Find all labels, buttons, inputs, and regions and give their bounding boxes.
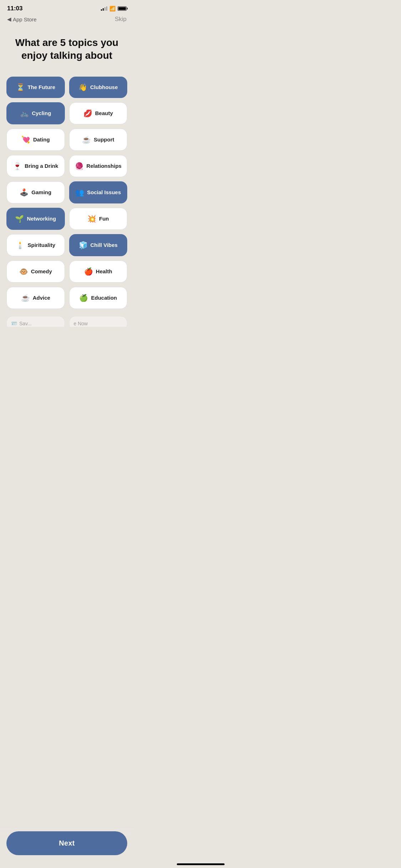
topic-btn-clubhouse[interactable]: 👋Clubhouse bbox=[69, 77, 128, 98]
status-icons: 📶 bbox=[101, 6, 127, 11]
status-time: 11:03 bbox=[7, 5, 22, 12]
topic-btn-beauty[interactable]: 💋Beauty bbox=[69, 102, 128, 124]
topic-emoji-education: 🍏 bbox=[79, 294, 88, 302]
topic-btn-dating[interactable]: 💘Dating bbox=[6, 129, 65, 151]
topic-label-bring-a-drink: Bring a Drink bbox=[25, 163, 58, 169]
topic-emoji-relationships: 🧶 bbox=[75, 162, 84, 170]
topic-emoji-spirituality: 🕯️ bbox=[16, 241, 25, 249]
topic-btn-health[interactable]: 🍎Health bbox=[69, 260, 128, 283]
topic-btn-support[interactable]: ☕Support bbox=[69, 129, 128, 151]
topic-btn-gaming[interactable]: 🕹️Gaming bbox=[6, 181, 65, 203]
back-label: App Store bbox=[13, 16, 37, 22]
topic-btn-comedy[interactable]: 🐵Comedy bbox=[6, 260, 65, 283]
skip-button[interactable]: Skip bbox=[115, 16, 127, 23]
topics-grid: ⏳The Future👋Clubhouse🚲Cycling💋Beauty💘Dat… bbox=[0, 77, 134, 309]
topic-btn-fun[interactable]: 💥Fun bbox=[69, 208, 128, 230]
topic-emoji-clubhouse: 👋 bbox=[78, 83, 87, 92]
topic-btn-networking[interactable]: 🌱Networking bbox=[6, 208, 65, 230]
back-button[interactable]: ◀ App Store bbox=[7, 16, 37, 22]
topic-label-relationships: Relationships bbox=[87, 163, 122, 169]
topic-label-spirituality: Spirituality bbox=[27, 242, 55, 248]
status-bar: 11:03 📶 bbox=[0, 0, 134, 15]
signal-bars-icon bbox=[101, 6, 107, 11]
topic-emoji-bring-a-drink: 🍷 bbox=[13, 162, 22, 170]
topic-label-chill-vibes: Chill Vibes bbox=[91, 242, 118, 248]
topic-btn-advice[interactable]: ☕Advice bbox=[6, 287, 65, 309]
topic-btn-relationships[interactable]: 🧶Relationships bbox=[69, 155, 128, 177]
topic-emoji-comedy: 🐵 bbox=[19, 267, 28, 276]
topic-emoji-dating: 💘 bbox=[21, 135, 30, 144]
topic-label-clubhouse: Clubhouse bbox=[90, 84, 118, 90]
topic-emoji-health: 🍎 bbox=[84, 267, 93, 276]
topic-label-comedy: Comedy bbox=[31, 268, 52, 274]
topic-btn-chill-vibes[interactable]: 🧊Chill Vibes bbox=[69, 234, 128, 256]
topic-label-education: Education bbox=[91, 295, 117, 301]
topic-emoji-cycling: 🚲 bbox=[20, 109, 29, 118]
topic-emoji-the-future: ⏳ bbox=[16, 83, 25, 92]
topic-emoji-gaming: 🕹️ bbox=[20, 188, 29, 197]
header-section: What are 5 topics you enjoy talking abou… bbox=[0, 26, 134, 77]
partial-item-1: 🪪 Sav... bbox=[6, 316, 65, 327]
topic-label-social-issues: Social Issues bbox=[87, 189, 121, 195]
topic-emoji-networking: 🌱 bbox=[15, 215, 24, 223]
topic-btn-cycling[interactable]: 🚲Cycling bbox=[6, 102, 65, 124]
topic-label-cycling: Cycling bbox=[32, 110, 51, 116]
partial-item-2: e Now bbox=[69, 316, 128, 327]
wifi-icon: 📶 bbox=[109, 6, 115, 11]
topic-label-support: Support bbox=[94, 136, 114, 143]
nav-bar: ◀ App Store Skip bbox=[0, 15, 134, 26]
page-title: What are 5 topics you enjoy talking abou… bbox=[11, 36, 123, 62]
topic-label-beauty: Beauty bbox=[95, 110, 113, 116]
topic-emoji-beauty: 💋 bbox=[83, 109, 92, 118]
topic-label-advice: Advice bbox=[33, 295, 50, 301]
partial-icon-1: 🪪 bbox=[11, 321, 17, 326]
topic-label-health: Health bbox=[96, 268, 112, 274]
topic-btn-bring-a-drink[interactable]: 🍷Bring a Drink bbox=[6, 155, 65, 177]
topic-btn-spirituality[interactable]: 🕯️Spirituality bbox=[6, 234, 65, 256]
topic-emoji-chill-vibes: 🧊 bbox=[79, 241, 88, 249]
topic-btn-social-issues[interactable]: 👥Social Issues bbox=[69, 181, 128, 203]
topic-emoji-advice: ☕ bbox=[21, 294, 30, 302]
topic-label-fun: Fun bbox=[99, 216, 109, 222]
partial-row: 🪪 Sav... e Now bbox=[0, 316, 134, 327]
topic-label-dating: Dating bbox=[33, 136, 50, 143]
back-arrow-icon: ◀ bbox=[7, 16, 11, 22]
topic-btn-education[interactable]: 🍏Education bbox=[69, 287, 128, 309]
battery-icon bbox=[118, 6, 127, 11]
topic-label-the-future: The Future bbox=[28, 84, 56, 90]
topic-btn-the-future[interactable]: ⏳The Future bbox=[6, 77, 65, 98]
topic-emoji-support: ☕ bbox=[82, 135, 91, 144]
topic-emoji-social-issues: 👥 bbox=[75, 188, 84, 197]
topic-label-gaming: Gaming bbox=[31, 189, 51, 195]
topic-label-networking: Networking bbox=[27, 216, 56, 222]
topic-emoji-fun: 💥 bbox=[87, 215, 96, 223]
